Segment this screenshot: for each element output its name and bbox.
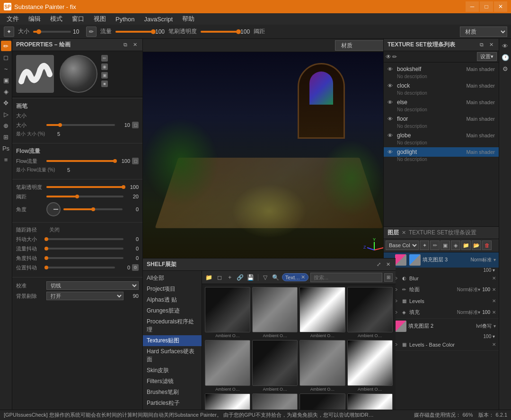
tool-paint[interactable]: ✏	[1, 41, 11, 51]
shelf-item-7[interactable]: Ambient O…	[347, 340, 393, 391]
tree-procedurals[interactable]: Procedurals程序处理	[143, 316, 202, 335]
texture-item-floor[interactable]: 👁 floor Main shader	[384, 114, 499, 124]
layer-tb-folder[interactable]: 📁	[461, 241, 471, 250]
tree-filters[interactable]: Filters滤镜	[143, 376, 202, 387]
shelf-item-2[interactable]: Ambient O…	[300, 287, 345, 338]
tree-all[interactable]: All全部	[143, 273, 202, 284]
tool-erase[interactable]: ◻	[1, 52, 11, 63]
minimize-button[interactable]: ─	[466, 1, 479, 12]
brush-mode-icon[interactable]: ✏	[86, 27, 97, 37]
jitter-size-slider[interactable]	[46, 238, 123, 240]
texture-item-clock[interactable]: 👁 clock Main shader	[384, 81, 499, 90]
texture-list-copy-btn[interactable]: ⧉	[478, 41, 485, 49]
layer-tb-paint[interactable]: ✏	[430, 241, 440, 250]
tool-select[interactable]: ▷	[1, 109, 11, 119]
sub-blur[interactable]: 👁 ◐ Blur ✕	[384, 273, 499, 284]
paint-sub-x[interactable]: ✕	[492, 287, 496, 292]
layer-tb-delete[interactable]: 🗑	[482, 241, 492, 250]
shelf-add-icon[interactable]: +	[226, 273, 234, 282]
properties-close-btn[interactable]: ✕	[131, 41, 139, 49]
size-prop-slider[interactable]	[46, 124, 115, 126]
brush-icon-4[interactable]: ■	[101, 80, 108, 87]
position-jitter-gear-icon[interactable]: ⚙	[132, 264, 139, 271]
shelf-link-icon[interactable]: 🔗	[236, 273, 245, 282]
fill-layer-3-item[interactable]: 👁 填充图层 3 Norm标准 ▾	[384, 252, 499, 268]
settings-dropdown-btn[interactable]: 设置▾	[477, 52, 497, 61]
texture-item-globe[interactable]: 👁 globe Main shader	[384, 131, 499, 140]
threshold-prop-slider[interactable]	[46, 196, 123, 197]
angle-jitter-slider[interactable]	[46, 257, 123, 259]
align-select[interactable]: 切线 Wrap包裹	[46, 281, 139, 290]
brush-icon-3[interactable]: ▣	[101, 72, 108, 79]
fill-sub-x[interactable]: ✕	[492, 310, 496, 315]
shelf-close-btn[interactable]: ✕	[384, 261, 392, 268]
tool-picker[interactable]: ◈	[1, 86, 11, 97]
shelf-item-3[interactable]: Ambient O…	[347, 287, 393, 338]
tree-project[interactable]: Project项目	[143, 284, 202, 295]
tool-smudge[interactable]: ~	[1, 63, 11, 74]
shelf-search-input[interactable]	[310, 273, 382, 282]
layer-tab-2[interactable]: TEXTURE SET纹理条设置	[409, 229, 476, 237]
flow-jitter-slider[interactable]	[46, 248, 123, 250]
shelf-item-0[interactable]: Ambient O…	[205, 287, 250, 338]
tool-move[interactable]: ✥	[1, 98, 11, 108]
shelf-item-9[interactable]: Ambient O…	[252, 393, 298, 410]
layer-tab-active[interactable]: 图层	[388, 229, 399, 237]
size-lock-icon[interactable]: ◻	[132, 122, 139, 128]
layer-tb-folder2[interactable]: 📂	[472, 241, 481, 250]
layer-tab-close[interactable]: ✕	[402, 230, 406, 236]
shelf-item-6[interactable]: Ambient O…	[300, 340, 345, 391]
maximize-button[interactable]: □	[480, 1, 493, 12]
flow-prop-slider[interactable]	[46, 160, 115, 162]
angle-wheel[interactable]	[46, 202, 61, 216]
blur-close[interactable]: ✕	[492, 276, 496, 281]
sub-levels[interactable]: 👁 ▦ Levels ✕	[384, 295, 499, 307]
shelf-item-5[interactable]: Ambient O…	[252, 340, 298, 391]
shelf-filter-icon[interactable]: ▽	[261, 273, 270, 282]
properties-copy-btn[interactable]: ⧉	[122, 41, 129, 49]
menu-mode[interactable]: 模式	[45, 13, 67, 25]
shelf-file-icon[interactable]: ◻	[215, 273, 224, 282]
texture-list-close-btn[interactable]: ✕	[487, 41, 495, 49]
shelf-item-10[interactable]: Ambient O…	[300, 393, 345, 410]
far-right-clock-btn[interactable]: 🕐	[500, 52, 511, 63]
bg-remove-select[interactable]: 打开	[46, 292, 123, 300]
menu-file[interactable]: 文件	[2, 13, 24, 25]
menu-help[interactable]: 帮助	[177, 13, 199, 25]
fill-layer-2-item[interactable]: 👁 填充图层 2 lvrl叠写 ▾	[384, 319, 499, 334]
tool-measure[interactable]: ⊞	[1, 132, 11, 142]
flow-slider[interactable]	[115, 31, 153, 33]
shelf-folder-icon[interactable]: 📁	[205, 273, 213, 282]
tree-skin[interactable]: Skin皮肤	[143, 365, 202, 376]
sub-paint[interactable]: 👁 ✏ 绘面 Norm标准▾ 100 ✕	[384, 284, 499, 295]
menu-edit[interactable]: 编辑	[24, 13, 45, 25]
viewport[interactable]: X Y Z 遮罩	[143, 52, 396, 271]
material-select[interactable]: 材质	[460, 27, 507, 37]
opacity-slider[interactable]	[201, 31, 238, 33]
texture-item-bookshelf[interactable]: 👁 bookshelf Main shader	[384, 64, 499, 74]
texture-item-godlight[interactable]: 👁 godlight Main shader	[384, 147, 499, 157]
tree-hard-surfaces[interactable]: Hard Surfaces硬表面	[143, 346, 202, 365]
paint-icon-1[interactable]: ✏	[392, 54, 397, 60]
brush-icon-2[interactable]: ◉	[101, 63, 108, 70]
tool-3d[interactable]: ⊕	[1, 120, 11, 131]
shelf-grid-view[interactable]: ⊞	[384, 273, 393, 282]
tree-brushes[interactable]: Brushes笔刷	[143, 387, 202, 398]
eye-icon-1[interactable]: 👁	[386, 54, 391, 60]
menu-view[interactable]: 视图	[89, 13, 111, 25]
layer-tb-mask[interactable]: ◈	[451, 241, 460, 250]
far-right-gear-btn[interactable]: ⚙	[500, 63, 511, 74]
texture-item-else[interactable]: 👁 else Main shader	[384, 98, 499, 107]
close-button[interactable]: ✕	[494, 1, 507, 12]
size-slider[interactable]	[33, 31, 71, 33]
menu-python[interactable]: Python	[111, 13, 139, 25]
tool-extra[interactable]: ≡	[1, 154, 11, 165]
menu-window[interactable]: 窗口	[67, 13, 89, 25]
position-jitter-slider[interactable]	[46, 267, 115, 268]
levels-base-x[interactable]: ✕	[492, 342, 496, 347]
sub-levels-base[interactable]: 👁 ▦ Levels - Base Color ✕	[384, 339, 499, 350]
tool-annotation[interactable]: Ps	[1, 143, 11, 153]
brush-preset-icon[interactable]: ✦	[4, 27, 14, 37]
brush-icon-1[interactable]: ✏	[101, 55, 108, 62]
angle-slider[interactable]	[63, 208, 123, 210]
